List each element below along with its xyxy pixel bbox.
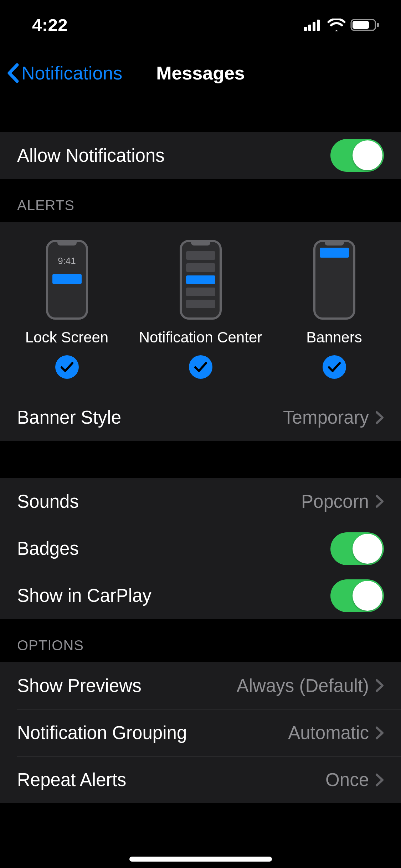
chevron-right-icon [375, 773, 384, 787]
svg-rect-6 [377, 23, 379, 27]
nav-bar: Notifications Messages [0, 50, 401, 96]
alert-option-banners[interactable]: Banners [267, 240, 401, 379]
allow-notifications-toggle[interactable] [330, 139, 384, 172]
chevron-left-icon [6, 63, 19, 83]
chevron-right-icon [375, 679, 384, 692]
alert-option-check[interactable] [323, 355, 346, 379]
sounds-label: Sounds [17, 491, 79, 512]
home-indicator [129, 857, 272, 862]
status-bar: 4:22 [0, 0, 401, 50]
svg-rect-2 [313, 22, 315, 31]
alert-option-check[interactable] [55, 355, 79, 379]
svg-rect-0 [304, 27, 307, 31]
notification-grouping-row[interactable]: Notification Grouping Automatic [17, 709, 401, 756]
badges-label: Badges [17, 538, 79, 559]
chevron-right-icon [375, 495, 384, 508]
show-previews-label: Show Previews [17, 675, 142, 696]
back-button[interactable]: Notifications [0, 62, 122, 84]
banner-style-label: Banner Style [17, 407, 121, 428]
show-previews-value: Always (Default) [237, 675, 369, 696]
alert-option-label: Banners [306, 329, 362, 346]
show-previews-row[interactable]: Show Previews Always (Default) [0, 662, 401, 709]
status-icons [304, 18, 380, 32]
repeat-alerts-row[interactable]: Repeat Alerts Once [17, 756, 401, 803]
svg-rect-1 [308, 25, 311, 31]
group-allow: Allow Notifications [0, 132, 401, 179]
group-sound-badges: Sounds Popcorn Badges Show in CarPlay [0, 478, 401, 619]
chevron-right-icon [375, 726, 384, 740]
options-header: OPTIONS [0, 619, 401, 662]
notification-grouping-label: Notification Grouping [17, 722, 187, 743]
notification-grouping-value: Automatic [288, 722, 369, 743]
cellular-icon [304, 19, 323, 31]
badges-row[interactable]: Badges [17, 525, 401, 572]
chevron-right-icon [375, 411, 384, 424]
svg-rect-5 [353, 21, 369, 29]
back-label: Notifications [21, 62, 122, 84]
repeat-alerts-value: Once [325, 769, 369, 790]
alert-option-label: Lock Screen [25, 329, 108, 346]
carplay-row[interactable]: Show in CarPlay [17, 572, 401, 619]
sounds-value: Popcorn [301, 491, 369, 512]
carplay-toggle[interactable] [330, 579, 384, 612]
alert-option-lock-screen[interactable]: 9:41 Lock Screen [0, 240, 134, 379]
alerts-header: ALERTS [0, 179, 401, 222]
banner-style-row[interactable]: Banner Style Temporary [17, 394, 401, 441]
notification-center-icon [180, 240, 222, 320]
group-options: Show Previews Always (Default) Notificat… [0, 662, 401, 803]
wifi-icon [328, 19, 345, 31]
badges-toggle[interactable] [330, 532, 384, 565]
lock-screen-time: 9:41 [48, 255, 86, 267]
banner-style-value: Temporary [283, 407, 369, 428]
carplay-label: Show in CarPlay [17, 585, 151, 606]
lock-screen-icon: 9:41 [46, 240, 88, 320]
alerts-row: 9:41 Lock Screen Notification Center [0, 222, 401, 394]
group-alerts: 9:41 Lock Screen Notification Center [0, 222, 401, 441]
svg-rect-3 [317, 20, 320, 31]
status-time: 4:22 [32, 15, 68, 35]
allow-notifications-label: Allow Notifications [17, 145, 165, 166]
sounds-row[interactable]: Sounds Popcorn [0, 478, 401, 525]
alert-option-notification-center[interactable]: Notification Center [134, 240, 267, 379]
allow-notifications-row[interactable]: Allow Notifications [0, 132, 401, 179]
alert-option-check[interactable] [189, 355, 212, 379]
alert-option-label: Notification Center [139, 329, 262, 346]
banners-icon [313, 240, 355, 320]
repeat-alerts-label: Repeat Alerts [17, 769, 126, 790]
battery-icon [350, 18, 380, 32]
